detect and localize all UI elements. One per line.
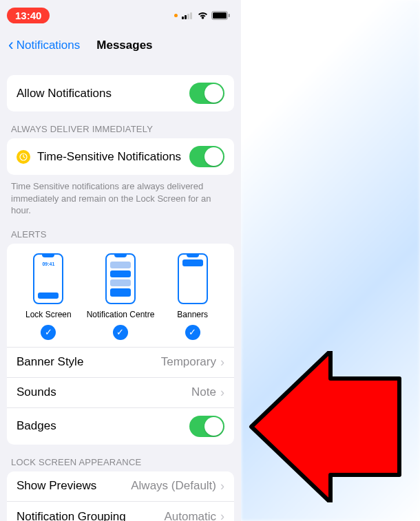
badges-label: Badges bbox=[17, 419, 56, 433]
chevron-right-icon: › bbox=[220, 479, 224, 493]
svg-rect-2 bbox=[229, 14, 230, 17]
banners-option[interactable]: Banners ✓ bbox=[158, 253, 227, 340]
chevron-right-icon: › bbox=[220, 509, 224, 521]
deliver-group: ALWAYS DELIVER IMMEDIATELY Time-Sensitiv… bbox=[0, 124, 241, 217]
lock-screen-icon: 09:41 bbox=[33, 253, 63, 304]
show-previews-label: Show Previews bbox=[17, 479, 96, 493]
alerts-group: ALERTS 09:41 Lock Screen ✓ bbox=[0, 229, 241, 445]
battery-icon bbox=[211, 11, 230, 20]
allow-group: Allow Notifications bbox=[0, 75, 241, 111]
carrier-dot-icon bbox=[174, 14, 178, 17]
time-sensitive-row: Time-Sensitive Notifications bbox=[7, 138, 234, 175]
time-sensitive-icon bbox=[17, 150, 30, 164]
back-button[interactable]: Notifications bbox=[17, 39, 81, 52]
badges-toggle[interactable] bbox=[189, 416, 224, 437]
background-blur bbox=[241, 0, 420, 521]
svg-rect-1 bbox=[213, 12, 227, 19]
notification-grouping-value: Automatic bbox=[164, 510, 216, 521]
notification-centre-check-icon: ✓ bbox=[113, 325, 128, 340]
banners-label: Banners bbox=[177, 310, 208, 319]
alerts-header: ALERTS bbox=[0, 229, 241, 244]
notification-centre-option[interactable]: Notification Centre ✓ bbox=[86, 253, 155, 340]
chevron-right-icon: › bbox=[220, 355, 224, 370]
time-sensitive-toggle[interactable] bbox=[189, 146, 224, 167]
sounds-value: Note bbox=[191, 385, 216, 399]
deliver-header: ALWAYS DELIVER IMMEDIATELY bbox=[0, 124, 241, 138]
notification-grouping-row[interactable]: Notification Grouping Automatic › bbox=[7, 502, 234, 521]
allow-toggle[interactable] bbox=[189, 83, 224, 104]
page-title: Messages bbox=[96, 39, 152, 52]
wifi-icon bbox=[197, 11, 209, 19]
banner-style-label: Banner Style bbox=[17, 355, 83, 369]
lock-screen-label: Lock Screen bbox=[25, 310, 72, 319]
lock-appearance-header: LOCK SCREEN APPEARANCE bbox=[0, 457, 241, 471]
allow-notifications-row: Allow Notifications bbox=[7, 75, 234, 111]
time-sensitive-label: Time-Sensitive Notifications bbox=[37, 150, 181, 164]
settings-screen: 13:40 ‹ Notifications Messages Allow Not… bbox=[0, 0, 241, 521]
status-bar: 13:40 bbox=[0, 0, 241, 30]
show-previews-row[interactable]: Show Previews Always (Default) › bbox=[7, 471, 234, 502]
notification-centre-label: Notification Centre bbox=[87, 310, 155, 319]
banner-style-row[interactable]: Banner Style Temporary › bbox=[7, 348, 234, 378]
recording-time-pill[interactable]: 13:40 bbox=[7, 8, 50, 23]
show-previews-value: Always (Default) bbox=[131, 479, 216, 493]
nav-bar: ‹ Notifications Messages bbox=[0, 30, 241, 61]
badges-row: Badges bbox=[7, 408, 234, 445]
chevron-right-icon: › bbox=[220, 385, 224, 400]
banners-icon bbox=[178, 253, 208, 304]
sounds-row[interactable]: Sounds Note › bbox=[7, 378, 234, 408]
sounds-label: Sounds bbox=[17, 385, 56, 399]
alert-styles-row: 09:41 Lock Screen ✓ Notification Centre … bbox=[7, 244, 234, 348]
notification-centre-icon bbox=[105, 253, 136, 304]
banners-check-icon: ✓ bbox=[185, 325, 200, 340]
cellular-signal-icon bbox=[182, 11, 194, 19]
banner-style-value: Temporary bbox=[161, 355, 216, 369]
back-chevron-icon[interactable]: ‹ bbox=[8, 37, 14, 53]
deliver-footer: Time Sensitive notifications are always … bbox=[0, 175, 241, 217]
lock-appearance-group: LOCK SCREEN APPEARANCE Show Previews Alw… bbox=[0, 457, 241, 521]
status-icons bbox=[174, 11, 230, 20]
lock-screen-check-icon: ✓ bbox=[41, 325, 56, 340]
lock-screen-option[interactable]: 09:41 Lock Screen ✓ bbox=[14, 253, 83, 340]
notification-grouping-label: Notification Grouping bbox=[17, 510, 126, 521]
allow-label: Allow Notifications bbox=[17, 87, 112, 100]
